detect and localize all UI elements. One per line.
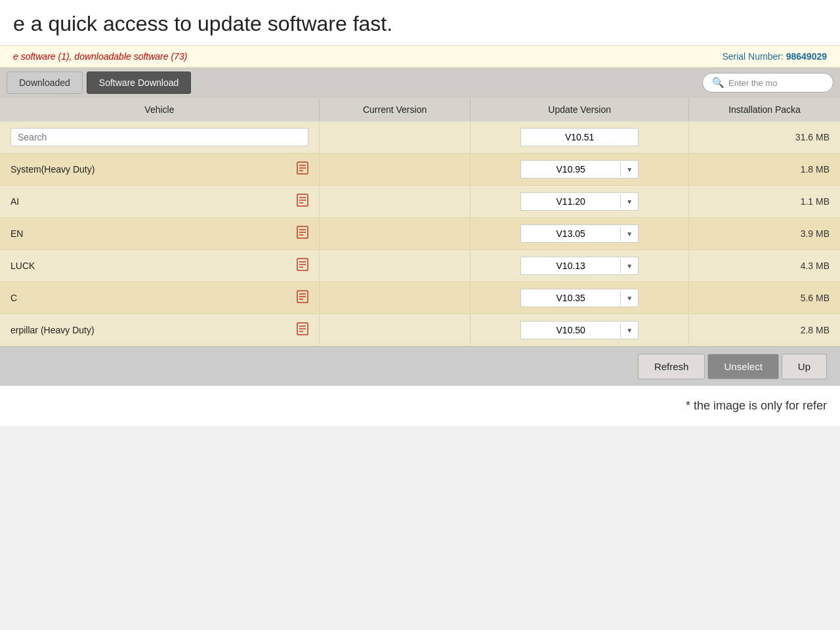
- info-bar: e software (1), downloadable software (7…: [0, 45, 840, 68]
- table-row: System(Heavy Duty)V10.95▼1.8 MB: [0, 154, 840, 186]
- vehicle-cell: AI: [0, 186, 319, 218]
- version-select-wrapper: V10.50▼: [520, 321, 639, 339]
- tab-left: Downloaded Software Download: [7, 72, 191, 94]
- vehicle-name: AI: [10, 196, 19, 207]
- search-version-cell: V10.51: [471, 121, 689, 154]
- version-value: V10.35: [521, 289, 620, 306]
- current-version-cell: [319, 282, 470, 314]
- version-value: V10.95: [521, 161, 620, 178]
- ref-note: * the image is only for refer: [0, 386, 840, 426]
- current-version-cell: [319, 154, 470, 186]
- col-header-current: Current Version: [319, 98, 470, 121]
- table-header-row: Vehicle Current Version Update Version I…: [0, 98, 840, 121]
- search-row: V10.51 31.6 MB: [0, 121, 840, 154]
- tab-downloaded[interactable]: Downloaded: [7, 72, 83, 94]
- search-package-size: 31.6 MB: [689, 121, 840, 154]
- version-select-wrapper: V10.13▼: [520, 257, 639, 275]
- page-title: e a quick access to update software fast…: [0, 0, 840, 45]
- version-dropdown-btn[interactable]: ▼: [620, 227, 638, 241]
- version-dropdown-btn[interactable]: ▼: [620, 195, 638, 209]
- search-version-value: V10.51: [520, 128, 639, 146]
- table-row: erpillar (Heavy Duty)V10.50▼2.8 MB: [0, 314, 840, 346]
- table-row: CV10.35▼5.6 MB: [0, 282, 840, 314]
- doc-icon[interactable]: [297, 258, 308, 274]
- package-size-cell: 5.6 MB: [689, 282, 840, 314]
- vehicle-cell: C: [0, 282, 319, 314]
- serial-label: Serial Number:: [722, 51, 786, 62]
- tab-bar: Downloaded Software Download 🔍 Enter the…: [0, 68, 840, 98]
- version-select-wrapper: V11.20▼: [520, 192, 639, 211]
- doc-icon[interactable]: [297, 194, 308, 210]
- update-version-cell: V10.13▼: [471, 250, 689, 282]
- vehicle-name: LUCK: [10, 261, 35, 271]
- search-vehicle-cell: [0, 121, 319, 154]
- vehicle-name: erpillar (Heavy Duty): [10, 325, 94, 335]
- current-version-cell: [319, 186, 470, 218]
- package-size-cell: 3.9 MB: [689, 218, 840, 250]
- package-size-cell: 1.8 MB: [689, 154, 840, 186]
- version-value: V13.05: [521, 225, 620, 242]
- vehicle-cell: EN: [0, 218, 319, 250]
- search-input[interactable]: [10, 128, 308, 146]
- version-value: V11.20: [521, 193, 620, 210]
- version-select-wrapper: V13.05▼: [520, 224, 639, 243]
- table-row: LUCKV10.13▼4.3 MB: [0, 250, 840, 282]
- serial-value: 98649029: [786, 51, 827, 62]
- serial-number: Serial Number: 98649029: [722, 51, 827, 62]
- tab-software-download[interactable]: Software Download: [87, 72, 191, 94]
- search-placeholder: Enter the mo: [728, 78, 777, 88]
- col-header-vehicle: Vehicle: [0, 98, 319, 121]
- version-dropdown-btn[interactable]: ▼: [620, 291, 638, 305]
- package-size-cell: 1.1 MB: [689, 186, 840, 218]
- table-row: ENV13.05▼3.9 MB: [0, 218, 840, 250]
- doc-icon[interactable]: [297, 161, 308, 178]
- doc-icon[interactable]: [297, 226, 308, 242]
- version-dropdown-btn[interactable]: ▼: [620, 324, 638, 337]
- search-icon: 🔍: [712, 77, 724, 89]
- search-current-cell: [319, 121, 470, 154]
- vehicle-cell: System(Heavy Duty): [0, 154, 319, 186]
- version-value: V10.13: [521, 257, 620, 274]
- page-wrapper: e a quick access to update software fast…: [0, 0, 840, 426]
- update-version-cell: V13.05▼: [471, 218, 689, 250]
- package-size-cell: 2.8 MB: [689, 314, 840, 346]
- doc-icon[interactable]: [297, 290, 308, 306]
- package-size-cell: 4.3 MB: [689, 250, 840, 282]
- current-version-cell: [319, 250, 470, 282]
- footer-bar: Refresh Unselect Up: [0, 346, 840, 386]
- vehicle-name: C: [10, 293, 17, 303]
- update-version-cell: V10.95▼: [471, 154, 689, 186]
- vehicle-name: System(Heavy Duty): [10, 164, 94, 175]
- data-table: Vehicle Current Version Update Version I…: [0, 98, 840, 346]
- current-version-cell: [319, 314, 470, 346]
- update-button[interactable]: Up: [782, 354, 827, 379]
- version-select-wrapper: V10.35▼: [520, 289, 639, 307]
- vehicle-cell: erpillar (Heavy Duty): [0, 314, 319, 346]
- unselect-button[interactable]: Unselect: [707, 354, 778, 379]
- refresh-button[interactable]: Refresh: [638, 354, 705, 379]
- search-box[interactable]: 🔍 Enter the mo: [702, 73, 833, 93]
- doc-icon[interactable]: [297, 322, 308, 339]
- col-header-package: Installation Packa: [689, 98, 840, 121]
- version-dropdown-btn[interactable]: ▼: [620, 163, 638, 177]
- update-version-cell: V11.20▼: [471, 186, 689, 218]
- vehicle-name: EN: [10, 228, 23, 239]
- table-row: AIV11.20▼1.1 MB: [0, 186, 840, 218]
- current-version-cell: [319, 218, 470, 250]
- col-header-update: Update Version: [471, 98, 689, 121]
- version-select-wrapper: V10.95▼: [520, 160, 639, 178]
- update-version-cell: V10.35▼: [471, 282, 689, 314]
- update-version-cell: V10.50▼: [471, 314, 689, 346]
- vehicle-cell: LUCK: [0, 250, 319, 282]
- version-dropdown-btn[interactable]: ▼: [620, 259, 638, 273]
- software-info: e software (1), downloadable software (7…: [13, 51, 187, 62]
- version-value: V10.50: [521, 322, 620, 339]
